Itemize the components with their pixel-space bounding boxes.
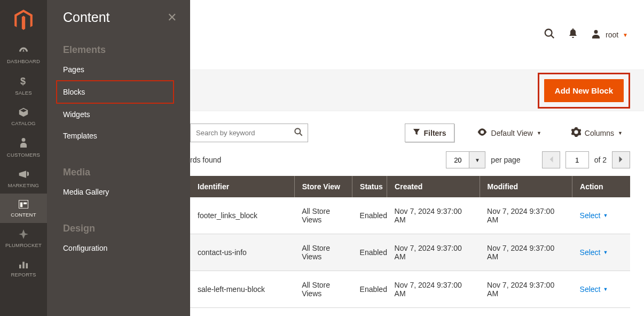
plumrocket-icon <box>19 229 28 240</box>
magento-logo[interactable] <box>0 0 47 40</box>
cell-status: Enabled <box>352 234 387 271</box>
cell-identifier: sale-left-menu-block <box>190 271 294 308</box>
select-action[interactable]: Select ▼ <box>580 248 608 257</box>
chevron-down-icon: ▼ <box>618 130 623 136</box>
dashboard-icon <box>18 47 29 56</box>
cell-created: Nov 7, 2024 9:37:00 AM <box>387 234 480 271</box>
submenu-link-templates[interactable]: Templates <box>63 125 174 147</box>
sidebar-item-label: CUSTOMERS <box>7 152 40 158</box>
bell-icon[interactable] <box>568 28 578 41</box>
sidebar-item-label: PLUMROCKET <box>5 242 42 248</box>
user-name: root <box>606 30 618 39</box>
cell-store: All Store Views <box>294 197 352 234</box>
gear-icon <box>571 127 581 138</box>
default-view-button[interactable]: Default View ▼ <box>469 124 549 142</box>
sidebar-item-label: MARKETING <box>8 182 39 188</box>
svg-rect-3 <box>23 202 27 204</box>
col-modified[interactable]: Modified <box>480 176 572 197</box>
sidebar-item-plumrocket[interactable]: PLUMROCKET <box>0 223 47 253</box>
cell-created: Nov 7, 2024 9:37:00 AM <box>387 197 480 234</box>
close-icon[interactable]: ✕ <box>167 11 177 25</box>
svg-line-8 <box>551 35 554 38</box>
per-page-dropdown-icon[interactable]: ▼ <box>469 151 485 168</box>
submenu-link-configuration[interactable]: Configuration <box>63 237 174 252</box>
sidebar-item-catalog[interactable]: CATALOG <box>0 101 47 132</box>
table-row[interactable]: footer_links_block All Store Views Enabl… <box>190 197 630 234</box>
page-input[interactable] <box>566 151 589 168</box>
cell-status: Enabled <box>352 271 387 308</box>
sidebar-item-reports[interactable]: REPORTS <box>0 253 47 283</box>
prev-page-button[interactable] <box>542 151 560 168</box>
add-block-highlight: Add New Block <box>538 73 630 109</box>
chevron-left-icon <box>548 156 554 165</box>
cell-modified: Nov 7, 2024 9:37:00 AM <box>480 197 572 234</box>
chevron-down-icon: ▼ <box>603 213 608 218</box>
per-page-select[interactable]: ▼ <box>446 151 485 168</box>
search-icon[interactable] <box>544 28 555 42</box>
cell-identifier: footer_links_block <box>190 197 294 234</box>
columns-button[interactable]: Columns ▼ <box>564 123 630 143</box>
search-input[interactable] <box>190 124 308 142</box>
cell-modified: Nov 7, 2024 9:37:00 AM <box>480 271 572 308</box>
col-identifier[interactable]: Identifier <box>190 176 294 197</box>
svg-rect-2 <box>20 202 22 207</box>
sidebar-item-label: DASHBOARD <box>7 58 40 64</box>
eye-icon <box>477 128 488 137</box>
blocks-grid: Identifier Store View Status Created Mod… <box>190 176 630 308</box>
per-page-input[interactable] <box>446 151 469 168</box>
records-found-label: rds found <box>190 156 221 164</box>
sidebar-item-label: SALES <box>15 90 32 96</box>
col-status[interactable]: Status <box>352 176 387 197</box>
sidebar-item-customers[interactable]: CUSTOMERS <box>0 132 47 163</box>
select-action[interactable]: Select ▼ <box>580 285 608 294</box>
add-new-block-button[interactable]: Add New Block <box>544 79 624 102</box>
svg-rect-6 <box>26 263 28 268</box>
chevron-down-icon: ▼ <box>603 250 608 255</box>
chevron-down-icon: ▼ <box>603 287 608 292</box>
sidebar-item-content[interactable]: CONTENT <box>0 194 47 223</box>
sidebar-item-label: REPORTS <box>11 272 36 278</box>
columns-label: Columns <box>585 129 614 137</box>
sidebar-item-sales[interactable]: $ SALES <box>0 70 47 101</box>
dollar-icon: $ <box>20 76 27 88</box>
chevron-down-icon: ▼ <box>537 130 541 136</box>
submenu-link-pages[interactable]: Pages <box>63 59 174 80</box>
cell-store: All Store Views <box>294 271 352 308</box>
submenu-link-widgets[interactable]: Widgets <box>63 104 174 125</box>
svg-rect-5 <box>22 262 25 268</box>
col-created[interactable]: Created <box>387 176 480 197</box>
svg-text:$: $ <box>20 76 26 87</box>
search-submit-icon[interactable] <box>293 127 304 140</box>
cell-store: All Store Views <box>294 234 352 271</box>
cell-modified: Nov 7, 2024 9:37:00 AM <box>480 234 572 271</box>
content-submenu: Content ✕ Elements Pages Blocks Widgets … <box>47 0 190 316</box>
user-icon <box>591 29 601 41</box>
svg-rect-4 <box>19 265 21 268</box>
box-icon <box>18 107 29 118</box>
search-wrap <box>190 124 308 142</box>
svg-point-9 <box>295 128 300 134</box>
chevron-down-icon: ▼ <box>623 32 628 38</box>
per-page-label: per page <box>491 156 520 164</box>
filters-button[interactable]: Filters <box>405 124 454 142</box>
next-page-button[interactable] <box>612 151 630 168</box>
submenu-link-media-gallery[interactable]: Media Gallery <box>63 181 174 203</box>
submenu-section-elements: Elements <box>63 37 174 59</box>
sidebar-item-dashboard[interactable]: DASHBOARD <box>0 40 47 70</box>
bars-icon <box>19 260 28 269</box>
svg-line-10 <box>300 133 302 136</box>
submenu-link-blocks[interactable]: Blocks <box>56 80 174 104</box>
megaphone-icon <box>18 169 29 180</box>
col-store-view[interactable]: Store View <box>294 176 352 197</box>
user-menu[interactable]: root ▼ <box>591 29 628 41</box>
submenu-section-design: Design <box>63 215 174 237</box>
sidebar-item-label: CONTENT <box>11 212 36 218</box>
cell-created: Nov 7, 2024 9:37:00 AM <box>387 271 480 308</box>
cell-status: Enabled <box>352 197 387 234</box>
cell-identifier: contact-us-info <box>190 234 294 271</box>
table-row[interactable]: sale-left-menu-block All Store Views Ena… <box>190 271 630 308</box>
sidebar-item-marketing[interactable]: MARKETING <box>0 163 47 194</box>
select-action[interactable]: Select ▼ <box>580 211 608 220</box>
filters-label: Filters <box>424 129 446 137</box>
table-row[interactable]: contact-us-info All Store Views Enabled … <box>190 234 630 271</box>
